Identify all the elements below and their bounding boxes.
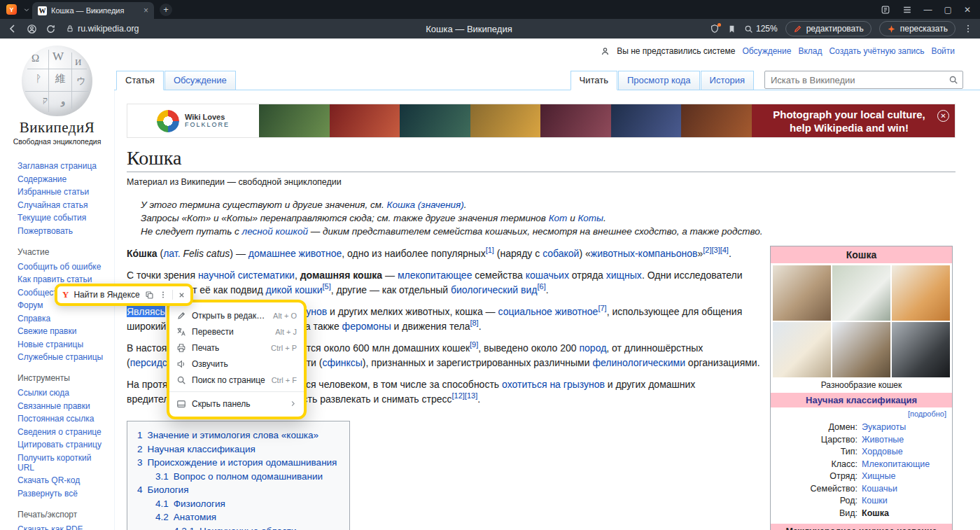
wiki-link[interactable]: охотиться на грызунов — [502, 379, 605, 390]
toc-item[interactable]: 1Значение и этимология слова «кошка» — [137, 428, 337, 442]
sidebar-item[interactable]: Ссылки сюда — [18, 388, 110, 398]
reference-marker[interactable]: [12][13] — [452, 391, 478, 400]
sidebar-item[interactable]: Справка — [18, 314, 110, 323]
new-tab-button[interactable]: + — [160, 4, 172, 16]
wiki-link[interactable]: Кот — [549, 213, 568, 223]
sidebar-item[interactable]: Связанные правки — [18, 401, 110, 411]
sidebar-item[interactable]: Сообщить об ошибке — [18, 262, 110, 272]
wiki-link[interactable]: социальное животное — [498, 306, 598, 317]
personal-link-войти[interactable]: Войти — [931, 46, 955, 56]
menu-item-hide-panel[interactable]: Скрыть панель — [169, 396, 304, 412]
tabby-cat-snow-photo[interactable] — [832, 322, 890, 377]
tabs-dropdown-icon[interactable] — [21, 6, 32, 13]
popup-close-icon[interactable] — [178, 291, 186, 299]
taxonomy-link[interactable]: Млекопитающие — [862, 459, 930, 469]
toc-item[interactable]: 4.2.1Неизученные области — [174, 524, 337, 530]
maximize-button[interactable]: ▢ — [944, 5, 952, 15]
gray-white-cat-photo[interactable] — [832, 265, 890, 321]
sidebar-item[interactable]: Содержание — [18, 174, 110, 184]
sidebar-item[interactable]: Скачать QR-код — [18, 475, 110, 485]
wiki-link[interactable]: феромоны — [342, 321, 391, 332]
menu-icon[interactable] — [902, 5, 912, 15]
sidebar-item[interactable]: Случайная статья — [18, 200, 110, 210]
reference-marker[interactable]: [9] — [470, 340, 478, 349]
tab-статья[interactable]: Статья — [116, 71, 164, 90]
search-input[interactable] — [765, 75, 944, 85]
sidebar-item[interactable]: Служебные страницы — [18, 352, 110, 362]
sidebar-item[interactable]: Цитировать страницу — [18, 440, 110, 449]
wiki-link[interactable]: собакой — [542, 248, 579, 259]
tab-close-icon[interactable]: × — [144, 6, 148, 15]
toc-item[interactable]: 2Научная классификация — [137, 442, 337, 456]
tab-просмотр-кода[interactable]: Просмотр кода — [618, 71, 700, 90]
back-icon[interactable] — [7, 23, 18, 34]
ginger-white-cat-photo[interactable] — [892, 265, 950, 321]
browser-tab[interactable]: W Кошка — Википедия × — [32, 2, 154, 19]
taxonomy-link[interactable]: Животные — [862, 435, 904, 445]
tabby-cat-lying-photo[interactable] — [773, 265, 831, 321]
reload-icon[interactable] — [46, 24, 56, 34]
wiki-link[interactable]: животных-компаньонов — [591, 248, 698, 259]
toc-item[interactable]: 3.1Вопрос о полном одомашнивании — [155, 470, 337, 484]
wikipedia-globe-logo[interactable]: Ω W И ᚹ 維 ウ ק و — [22, 46, 92, 116]
search-icon[interactable] — [944, 75, 962, 85]
edit-button[interactable]: редактировать — [785, 21, 872, 36]
protect-shield-icon[interactable] — [710, 24, 720, 34]
sidebar-item[interactable]: Развернуть всё — [18, 489, 110, 498]
reference-marker[interactable]: [5] — [323, 282, 331, 291]
taxonomy-link[interactable]: Эукариоты — [862, 422, 906, 432]
menu-item-speaker[interactable]: Озвучить — [169, 356, 304, 372]
sidebar-item[interactable]: Как править статьи — [18, 274, 110, 284]
close-button[interactable]: ✕ — [964, 5, 971, 15]
toc-item[interactable]: 4.2Анатомия — [155, 510, 337, 524]
reference-marker[interactable]: [6] — [537, 282, 545, 291]
wikipedia-wordmark[interactable]: ВикипедиЯ — [0, 119, 114, 137]
wiki-link[interactable]: дикой кошки — [266, 284, 323, 295]
menu-item-search[interactable]: Поиск по страницеCtrl + F — [169, 372, 304, 388]
reference-link[interactable]: [12][13] — [452, 391, 478, 400]
taxonomy-link[interactable]: Кошки — [862, 496, 888, 505]
sidebar-item[interactable]: Постоянная ссылка — [18, 414, 110, 424]
wiki-link[interactable]: домашнее животное — [248, 248, 342, 259]
sidebar-item[interactable]: Сведения о странице — [18, 427, 110, 437]
sidebar-item[interactable]: Скачать как PDF — [18, 524, 110, 530]
reference-marker[interactable]: [1] — [486, 246, 494, 254]
black-cat-photo[interactable] — [892, 322, 950, 377]
sidebar-item[interactable]: Пожертвовать — [18, 226, 110, 236]
siamese-cat-photo[interactable] — [773, 322, 831, 377]
tab-обсуждение[interactable]: Обсуждение — [164, 71, 236, 90]
tab-история[interactable]: История — [701, 71, 754, 90]
wiki-link[interactable]: хищных — [606, 270, 642, 281]
toolbar-kebab-icon[interactable] — [963, 24, 973, 34]
sidebar-item[interactable]: Текущие события — [18, 213, 110, 223]
menu-item-printer[interactable]: ПечатьCtrl + P — [169, 340, 304, 356]
wiki-link[interactable]: лат. — [163, 248, 180, 259]
menu-item-pencil[interactable]: Открыть в редактореAlt + O — [169, 307, 304, 323]
personal-link-вклад[interactable]: Вклад — [798, 46, 822, 56]
wiki-link[interactable]: пород — [580, 342, 607, 354]
sidebar-item[interactable]: Получить короткий URL — [18, 453, 110, 473]
zoom-control[interactable]: 125% — [744, 24, 778, 34]
sidebar-item[interactable]: Свежие правки — [18, 326, 110, 336]
wlf-banner[interactable]: Wiki Loves FOLKLORE Photograph your loca… — [127, 104, 955, 138]
wiki-link[interactable]: биологический вид — [451, 284, 538, 295]
toc-item[interactable]: 4.1Физиология — [155, 497, 337, 511]
address-bar[interactable]: ru.wikipedia.org — [66, 24, 139, 34]
retell-button[interactable]: пересказать — [879, 21, 955, 36]
minimize-button[interactable]: — — [924, 5, 932, 15]
wiki-link[interactable]: Коты — [578, 213, 603, 223]
personal-link-обсуждение[interactable]: Обсуждение — [742, 46, 791, 56]
banner-close-icon[interactable]: ✕ — [937, 110, 949, 122]
personal-link-создать-учётную-запись[interactable]: Создать учётную запись — [829, 46, 924, 56]
yandex-browser-icon[interactable]: Y — [6, 4, 17, 15]
wiki-link[interactable]: сфинксы — [322, 357, 362, 368]
sidebar-item[interactable]: Новые страницы — [18, 340, 110, 349]
wiki-link[interactable]: фелинологическими — [592, 357, 685, 368]
reference-marker[interactable]: [7] — [598, 304, 606, 312]
taxonomy-link[interactable]: Хищные — [862, 471, 895, 481]
reference-link[interactable]: [7] — [598, 304, 606, 312]
sidebar-item[interactable]: Заглавная страница — [18, 161, 110, 171]
wiki-link[interactable]: Кошка (значения) — [387, 200, 464, 210]
popup-kebab-icon[interactable] — [159, 291, 167, 299]
wiki-link[interactable]: научной систематики — [198, 270, 295, 281]
